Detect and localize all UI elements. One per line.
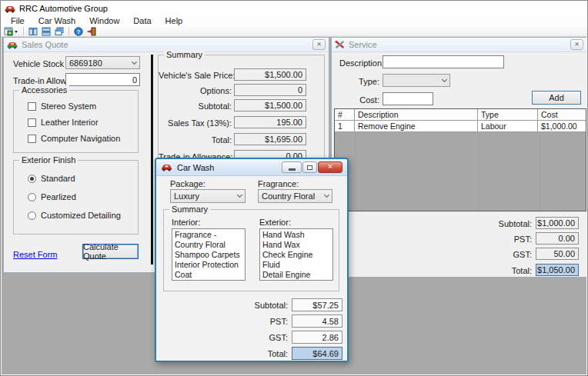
accessories-legend: Accessories xyxy=(19,85,69,95)
service-total-label: Total: xyxy=(478,266,532,275)
grid-header-number[interactable]: # xyxy=(335,109,355,121)
radio-label: Pearlized xyxy=(41,192,76,201)
chevron-down-icon xyxy=(324,192,329,198)
trade-in-input[interactable]: 0 xyxy=(65,73,140,86)
cascade-windows-button[interactable] xyxy=(54,26,65,36)
service-grid[interactable]: # Description Type Cost 1 Remove Engine … xyxy=(334,108,586,211)
chevron-down-icon xyxy=(442,76,447,82)
list-item[interactable]: Fragrance - Country Floral xyxy=(175,230,242,250)
add-button[interactable]: Add xyxy=(532,91,581,105)
mdi-workspace: Sales Quote ✕ Vehicle Stock #: 6869180 T… xyxy=(2,37,586,374)
help-button[interactable]: ? xyxy=(73,26,84,36)
tile-vertical-icon xyxy=(28,27,38,36)
grid-column-line xyxy=(355,132,356,211)
options-field: 0 xyxy=(234,84,306,96)
menu-file[interactable]: File xyxy=(4,16,32,26)
exit-button[interactable] xyxy=(86,26,98,36)
summary-row-label: Options: xyxy=(159,86,232,95)
grid-header-cost[interactable]: Cost xyxy=(538,109,586,121)
interior-listbox[interactable]: Fragrance - Country Floral Shampoo Carpe… xyxy=(172,228,246,281)
package-select[interactable]: Luxury xyxy=(170,189,246,203)
description-label: Description: xyxy=(339,58,384,68)
toolbar: ? xyxy=(1,26,587,37)
description-input[interactable] xyxy=(383,55,504,68)
list-item[interactable]: Check Engine Fluid xyxy=(262,250,330,270)
package-label: Package: xyxy=(170,179,205,188)
calculate-quote-button[interactable]: Calculate Quote xyxy=(82,244,139,259)
radio-customized-detailing[interactable]: Customized Detailing xyxy=(28,211,121,220)
dropdown-arrow-icon xyxy=(14,27,18,36)
list-item[interactable]: Hand Wash xyxy=(262,230,330,240)
summary-row-label: Total: xyxy=(159,135,232,145)
close-icon[interactable]: ✕ xyxy=(318,161,342,173)
cw-pst-field: 4.58 xyxy=(292,314,342,328)
menu-help[interactable]: Help xyxy=(159,16,190,26)
close-icon[interactable]: ✕ xyxy=(570,39,583,50)
grid-row[interactable]: 1 Remove Engine Labour $1,000.00 xyxy=(335,121,586,132)
grid-cell-type: Labour xyxy=(478,121,538,132)
sales-quote-icon xyxy=(7,41,18,49)
total-field: $1,695.00 xyxy=(234,133,306,145)
checkbox-leather-interior[interactable]: Leather Interior xyxy=(28,118,99,127)
sale-price-field: $1,500.00 xyxy=(234,68,306,81)
grid-header-description[interactable]: Description xyxy=(355,109,478,121)
service-titlebar[interactable]: Service ✕ xyxy=(332,38,586,52)
checkbox-computer-navigation[interactable]: Computer Navigation xyxy=(28,134,120,143)
list-item[interactable]: Detail Engine Compartment xyxy=(262,270,330,281)
main-titlebar: RRC Automotive Group xyxy=(1,1,587,16)
checkbox-icon xyxy=(28,135,36,143)
chevron-down-icon xyxy=(237,192,242,198)
fragrance-label: Fragrance: xyxy=(258,179,299,188)
restore-icon[interactable] xyxy=(302,161,317,173)
menu-window[interactable]: Window xyxy=(82,16,126,26)
tile-horizontal-button[interactable] xyxy=(41,26,52,36)
list-item[interactable]: Hand Wax xyxy=(262,240,330,250)
checkbox-label: Computer Navigation xyxy=(41,134,120,143)
close-icon[interactable]: ✕ xyxy=(312,39,326,50)
summary-row-label: Sales Tax (13%): xyxy=(159,118,232,128)
new-form-button[interactable] xyxy=(3,26,19,36)
fragrance-select[interactable]: Country Floral xyxy=(258,189,332,203)
list-item[interactable]: Interior Protection Coat xyxy=(175,260,242,280)
car-wash-summary-groupbox: Summary Interior: Exterior: Fragrance - … xyxy=(163,209,339,291)
radio-pearlized[interactable]: Pearlized xyxy=(28,192,76,201)
exterior-finish-legend: Exterior Finish xyxy=(19,155,78,165)
service-pst-label: PST: xyxy=(478,235,532,244)
list-item[interactable]: Shampoo Upholstery xyxy=(175,280,242,281)
menu-data[interactable]: Data xyxy=(126,16,158,26)
car-wash-title: Car Wash xyxy=(177,163,282,172)
tile-vertical-button[interactable] xyxy=(28,26,38,36)
reset-form-link[interactable]: Reset Form xyxy=(13,250,57,259)
service-body: Description: Type: Cost: Add # Descripti… xyxy=(332,52,586,277)
cw-total-field: $64.69 xyxy=(292,347,342,360)
cost-label: Cost: xyxy=(339,95,379,105)
exit-icon xyxy=(87,27,97,36)
accessories-groupbox: Accessories Stereo System Leather Interi… xyxy=(13,90,139,153)
sales-tax-field: 195.00 xyxy=(234,116,306,128)
checkbox-icon xyxy=(28,102,36,111)
radio-standard[interactable]: Standard xyxy=(28,174,75,183)
cw-gst-label: GST: xyxy=(233,333,288,342)
cascade-windows-icon xyxy=(55,27,64,36)
new-form-icon xyxy=(4,27,14,36)
grid-column-line xyxy=(540,132,540,211)
cw-subtotal-field: $57.25 xyxy=(292,298,342,311)
cost-input[interactable] xyxy=(383,92,433,105)
menu-car-wash[interactable]: Car Wash xyxy=(32,16,83,26)
vehicle-stock-select[interactable]: 6869180 xyxy=(65,56,140,69)
minimize-icon[interactable] xyxy=(282,161,302,173)
car-wash-icon xyxy=(161,163,172,171)
type-select[interactable] xyxy=(383,74,450,87)
help-icon: ? xyxy=(74,27,83,36)
exterior-listbox[interactable]: Hand Wash Hand Wax Check Engine Fluid De… xyxy=(259,228,333,281)
checkbox-stereo-system[interactable]: Stereo System xyxy=(28,101,96,111)
service-subtotal-field: $1,000.00 xyxy=(536,217,579,229)
list-item[interactable]: Shampoo Carpets xyxy=(175,250,242,260)
radio-label: Customized Detailing xyxy=(41,211,121,220)
sales-quote-title: Sales Quote xyxy=(22,40,312,49)
grid-header-row: # Description Type Cost xyxy=(335,109,586,121)
toolbar-separator xyxy=(23,27,24,35)
grid-header-type[interactable]: Type xyxy=(478,109,538,121)
car-wash-titlebar[interactable]: Car Wash ✕ xyxy=(156,159,347,176)
car-wash-body: Package: Fragrance: Luxury Country Flora… xyxy=(156,176,347,361)
